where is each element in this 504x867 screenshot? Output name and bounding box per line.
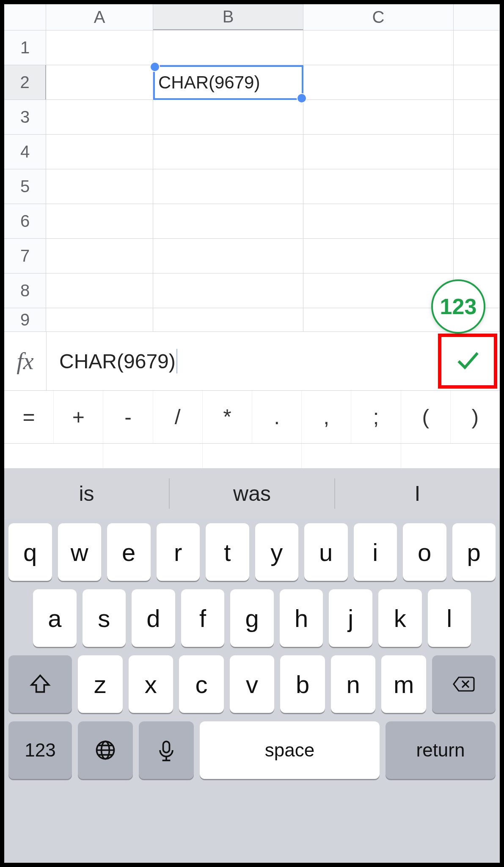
column-header-c[interactable]: C [303,4,454,30]
cell-d5[interactable] [454,169,500,204]
key-l[interactable]: l [428,589,471,647]
op-star[interactable]: * [202,391,252,443]
cell-c4[interactable] [303,135,454,169]
row-2: 2 CHAR(9679) [4,65,500,100]
key-shift[interactable] [8,655,72,713]
key-q[interactable]: q [8,523,52,581]
cell-a1[interactable] [46,30,153,65]
row-6: 6 [4,204,500,239]
cell-b3[interactable] [153,100,303,134]
suggestion-1[interactable]: is [4,468,169,519]
row-header-3[interactable]: 3 [4,100,46,134]
row-8: 8 [4,273,500,308]
cell-a8[interactable] [46,273,153,308]
key-s[interactable]: s [83,589,126,647]
key-w[interactable]: w [58,523,102,581]
cell-d2[interactable] [454,65,500,99]
cell-a4[interactable] [46,135,153,169]
key-y[interactable]: y [255,523,299,581]
op-semicolon[interactable]: ; [351,391,400,443]
key-t[interactable]: t [206,523,249,581]
cell-b9[interactable] [153,308,303,331]
row-header-1[interactable]: 1 [4,30,46,65]
key-a[interactable]: a [33,589,77,647]
cell-d7[interactable] [454,239,500,273]
key-x[interactable]: x [129,655,174,713]
cell-a2[interactable] [46,65,153,99]
op-slash[interactable]: / [153,391,202,443]
key-k[interactable]: k [378,589,422,647]
svg-rect-7 [163,741,170,752]
key-h[interactable]: h [280,589,323,647]
cell-b4[interactable] [153,135,303,169]
row-header-9[interactable]: 9 [4,308,46,331]
cell-b2[interactable]: CHAR(9679) [153,65,303,99]
key-return[interactable]: return [386,721,496,779]
cell-a9[interactable] [46,308,153,331]
key-f[interactable]: f [181,589,225,647]
cell-c3[interactable] [303,100,454,134]
key-o[interactable]: o [403,523,446,581]
key-c[interactable]: c [179,655,224,713]
cell-c2[interactable] [303,65,454,99]
key-backspace[interactable] [432,655,496,713]
key-globe[interactable] [78,721,133,779]
sheet-peek-row [4,444,500,468]
cell-c6[interactable] [303,204,454,238]
formula-input[interactable]: CHAR(9679) [47,349,438,373]
numeric-keypad-toggle[interactable]: 123 [431,279,485,334]
cell-d6[interactable] [454,204,500,238]
cell-b5[interactable] [153,169,303,204]
row-header-5[interactable]: 5 [4,169,46,204]
key-m[interactable]: m [381,655,426,713]
op-minus[interactable]: - [103,391,152,443]
key-j[interactable]: j [329,589,372,647]
cell-a7[interactable] [46,239,153,273]
column-header-b[interactable]: B [153,4,303,30]
cell-a5[interactable] [46,169,153,204]
key-u[interactable]: u [304,523,348,581]
cell-a3[interactable] [46,100,153,134]
cell-b1[interactable] [153,30,303,65]
cell-b7[interactable] [153,239,303,273]
cell-b8[interactable] [153,273,303,308]
key-mic[interactable] [139,721,194,779]
key-e[interactable]: e [107,523,151,581]
op-plus[interactable]: + [53,391,103,443]
row-header-2[interactable]: 2 [4,65,46,99]
key-123[interactable]: 123 [8,721,72,779]
key-n[interactable]: n [331,655,376,713]
op-dot[interactable]: . [252,391,301,443]
cell-c9[interactable] [303,308,454,331]
cell-c7[interactable] [303,239,454,273]
cell-b6[interactable] [153,204,303,238]
key-z[interactable]: z [78,655,123,713]
key-g[interactable]: g [230,589,274,647]
row-header-8[interactable]: 8 [4,273,46,308]
op-comma[interactable]: , [301,391,351,443]
key-d[interactable]: d [132,589,175,647]
key-b[interactable]: b [280,655,325,713]
key-space[interactable]: space [200,721,380,779]
confirm-button[interactable] [454,347,481,376]
column-header-d[interactable] [454,4,500,30]
op-rparen[interactable]: ) [450,391,500,443]
row-header-7[interactable]: 7 [4,239,46,273]
cell-c1[interactable] [303,30,454,65]
key-i[interactable]: i [354,523,397,581]
key-v[interactable]: v [230,655,275,713]
row-header-4[interactable]: 4 [4,135,46,169]
key-p[interactable]: p [452,523,496,581]
column-header-a[interactable]: A [46,4,153,30]
cell-a6[interactable] [46,204,153,238]
cell-d4[interactable] [454,135,500,169]
row-header-6[interactable]: 6 [4,204,46,238]
cell-d1[interactable] [454,30,500,65]
op-equals[interactable]: = [4,391,53,443]
op-lparen[interactable]: ( [401,391,450,443]
cell-d3[interactable] [454,100,500,134]
suggestion-2[interactable]: was [170,468,334,519]
suggestion-3[interactable]: I [335,468,500,519]
cell-c5[interactable] [303,169,454,204]
key-r[interactable]: r [157,523,200,581]
